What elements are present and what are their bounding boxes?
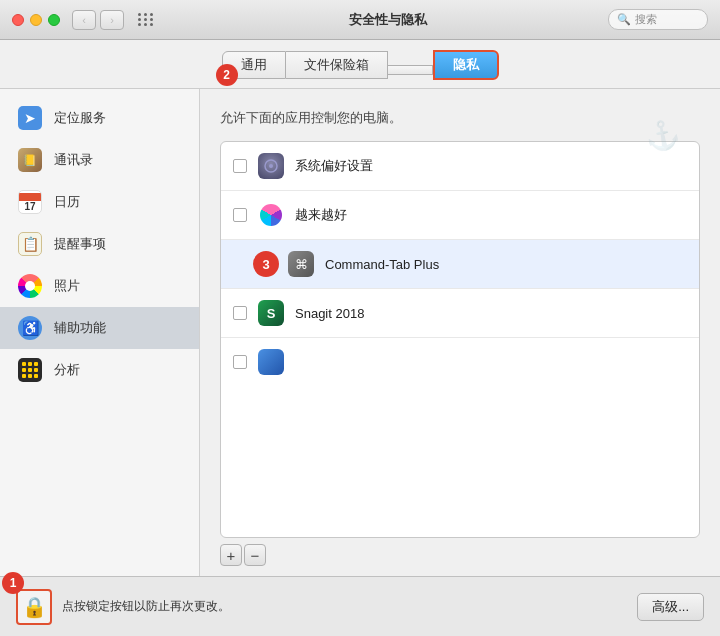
titlebar: ‹ › 安全性与隐私 🔍 搜索 xyxy=(0,0,720,40)
app-name-sysprefs: 系统偏好设置 xyxy=(295,157,687,175)
tabs-bar: 通用 文件保险箱 2 隐私 xyxy=(0,40,720,89)
analytics-icon xyxy=(16,356,44,384)
tab-privacy[interactable]: 隐私 xyxy=(433,50,499,80)
app-name-commandtabplus: Command-Tab Plus xyxy=(325,257,687,272)
search-box[interactable]: 🔍 搜索 xyxy=(608,9,708,30)
icon-sysprefs xyxy=(257,152,285,180)
sidebar-item-reminders[interactable]: 📋 提醒事项 xyxy=(0,223,199,265)
maximize-button[interactable] xyxy=(48,14,60,26)
calendar-icon: 17 xyxy=(16,188,44,216)
nav-arrows: ‹ › xyxy=(72,10,124,30)
app-name-yuelaiyuehao: 越来越好 xyxy=(295,206,687,224)
location-icon: ➤ xyxy=(16,104,44,132)
sidebar-item-accessibility[interactable]: ♿ 辅助功能 xyxy=(0,307,199,349)
bottom-description: 点按锁定按钮以防止再次更改。 xyxy=(62,598,627,615)
badge-3: 3 xyxy=(253,251,279,277)
sidebar-label-contacts: 通讯录 xyxy=(54,151,93,169)
contacts-icon: 📒 xyxy=(16,146,44,174)
sidebar-label-photos: 照片 xyxy=(54,277,80,295)
grid-icon[interactable] xyxy=(134,10,158,30)
search-label: 搜索 xyxy=(635,12,657,27)
advanced-button[interactable]: 高级... xyxy=(637,593,704,621)
remove-app-button[interactable]: − xyxy=(244,544,266,566)
sidebar-item-photos[interactable]: 照片 xyxy=(0,265,199,307)
tab-firewall[interactable] xyxy=(388,65,433,75)
sidebar-item-analytics[interactable]: 分析 xyxy=(0,349,199,391)
reminders-icon: 📋 xyxy=(16,230,44,258)
icon-commandtabplus: ⌘ xyxy=(287,250,315,278)
checkbox-unknown[interactable] xyxy=(233,355,247,369)
panel-description: 允许下面的应用控制您的电脑。 xyxy=(220,109,700,127)
add-app-button[interactable]: + xyxy=(220,544,242,566)
sidebar-label-calendar: 日历 xyxy=(54,193,80,211)
checkbox-sysprefs[interactable] xyxy=(233,159,247,173)
tab-filevault[interactable]: 文件保险箱 xyxy=(286,51,388,79)
forward-button[interactable]: › xyxy=(100,10,124,30)
sidebar-label-analytics: 分析 xyxy=(54,361,80,379)
app-row-snagit[interactable]: S Snagit 2018 xyxy=(221,289,699,338)
sidebar-label-reminders: 提醒事项 xyxy=(54,235,106,253)
icon-unknown xyxy=(257,348,285,376)
search-icon: 🔍 xyxy=(617,13,631,26)
icon-yuelaiyuehao xyxy=(257,201,285,229)
app-list-actions: + − xyxy=(220,544,700,566)
sidebar-label-accessibility: 辅助功能 xyxy=(54,319,106,337)
app-row-yuelaiyuehao[interactable]: 越来越好 xyxy=(221,191,699,240)
sidebar-label-location: 定位服务 xyxy=(54,109,106,127)
svg-point-1 xyxy=(269,164,273,168)
app-row-commandtabplus[interactable]: 3 ⌘ Command-Tab Plus xyxy=(221,240,699,289)
close-button[interactable] xyxy=(12,14,24,26)
app-list: 系统偏好设置 越来越好 3 ⌘ Command-Tab Plus xyxy=(220,141,700,538)
right-panel: ⚓ 允许下面的应用控制您的电脑。 系统偏好设置 xyxy=(200,89,720,576)
checkbox-snagit[interactable] xyxy=(233,306,247,320)
app-row-unknown[interactable] xyxy=(221,338,699,386)
accessibility-icon: ♿ xyxy=(16,314,44,342)
app-name-snagit: Snagit 2018 xyxy=(295,306,687,321)
badge-2: 2 xyxy=(216,64,238,86)
photos-icon xyxy=(16,272,44,300)
bottom-section: 1 🔒 点按锁定按钮以防止再次更改。 高级... xyxy=(0,576,720,636)
sidebar-item-location[interactable]: ➤ 定位服务 xyxy=(0,97,199,139)
sidebar-item-contacts[interactable]: 📒 通讯录 xyxy=(0,139,199,181)
back-button[interactable]: ‹ xyxy=(72,10,96,30)
main-content: ➤ 定位服务 📒 通讯录 17 日历 📋 提醒事项 xyxy=(0,89,720,576)
minimize-button[interactable] xyxy=(30,14,42,26)
window-title: 安全性与隐私 xyxy=(168,11,608,29)
lock-button[interactable]: 🔒 xyxy=(16,589,52,625)
badge-1: 1 xyxy=(2,572,24,594)
traffic-lights xyxy=(12,14,60,26)
app-row-sysprefs[interactable]: 系统偏好设置 xyxy=(221,142,699,191)
checkbox-yuelaiyuehao[interactable] xyxy=(233,208,247,222)
icon-snagit: S xyxy=(257,299,285,327)
sidebar-item-calendar[interactable]: 17 日历 xyxy=(0,181,199,223)
sidebar: ➤ 定位服务 📒 通讯录 17 日历 📋 提醒事项 xyxy=(0,89,200,576)
